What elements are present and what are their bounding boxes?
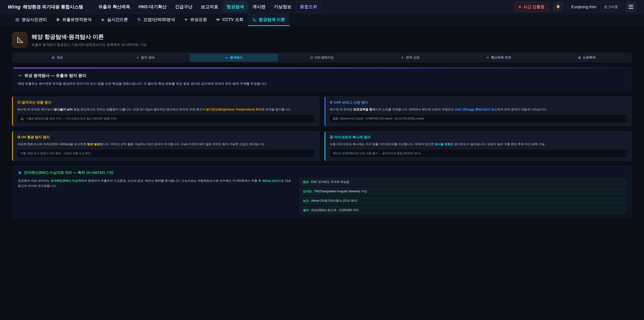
sub-navigation-bar: 영상사진관리 유출유면적분석 실시간드론 오염/선박3D분석 <box>0 14 644 26</box>
hamburger-menu-icon[interactable] <box>626 2 636 12</box>
content-tab-bar: 개요 탐지 장비 원격탐사 ESI 방제지도 <box>12 53 632 62</box>
tab-label: ESI 방제지도 <box>315 55 334 60</box>
video-camera-icon <box>216 18 220 22</box>
remote-sensing-section-title: 위성 원격탐사 — 유출유 탐지 원리 <box>18 73 626 78</box>
subnav-item-realtime-drone[interactable]: 실시간드론 <box>96 14 132 26</box>
card-note: 활용: Sentinel-1(C-band) · KOMPSAT-5(X-ban… <box>330 115 628 123</box>
link-icon <box>486 56 489 59</box>
card-title: ③ UV 형광 탐지 원리 <box>17 135 315 139</box>
incident-status-badge[interactable]: 사고 진행중 <box>514 2 549 12</box>
card-thermal-infrared: ① 열적외선 방출 원리 해수면 위 유막은 해수보다 방사율이 낮아 동일 온… <box>12 97 320 126</box>
page-title: 해양 항공탐색·원격탐사 이론 <box>32 33 147 41</box>
card-body: 해수면 위 유막은 해수보다 방사율이 낮아 동일 온도에서도 적외선 방출량이… <box>17 107 315 112</box>
card-note-text: 적용: 해경 감시 항공기 야간 탐색 · 비정상 유출 신고 확인 <box>20 152 91 155</box>
globe-icon <box>52 56 55 59</box>
page-icon-box <box>12 32 28 48</box>
subnav-item-satellite-request[interactable]: 위성요청 <box>180 14 212 26</box>
card-note-text: 구름은 열적외선을 완전 차단 → 마이크로파 보조 필요 (NGSST 융합 … <box>26 117 117 121</box>
tab-label: 논문특허 <box>583 55 596 60</box>
enc-section-title: 전자해도(ENC) 수심자료 처리 — 특허 10-1567431 기반 <box>18 170 626 175</box>
card-title: ② SAR 브래그 산란 원리 <box>330 100 628 105</box>
nav-item-oil-spread[interactable]: 유출유 확산예측 <box>95 2 134 12</box>
card-uv-fluorescence: ③ UV 형광 탐지 원리 석유계 탄화수소에 자외선(310~400nm)을 … <box>12 131 320 161</box>
enc-description: 항공탐색 좌표 데이터는 전자해도(ENC) 수심격자와 중첩되어 유출유의 수… <box>18 178 292 189</box>
nav-item-weather[interactable]: 기상정보 <box>270 2 295 12</box>
app-root: Wing 해양환경 위기대응 통합시스템 유출유 확산예측 HNS·대기확산 긴… <box>0 0 644 320</box>
books-icon <box>578 56 581 59</box>
camera-icon <box>15 18 20 22</box>
nav-item-rescue[interactable]: 긴급구난 <box>171 2 196 12</box>
enc-title-text: 전자해도(ENC) 수심자료 처리 — 특허 10-1567431 기반 <box>24 170 113 175</box>
tab-papers-patents[interactable]: 논문특허 <box>543 54 631 61</box>
logout-button[interactable]: 로그아웃 <box>600 3 622 11</box>
set-square-icon <box>16 36 24 44</box>
wing-logo: Wing <box>8 4 21 10</box>
enc-process-rows: 원본 : ENC 전자해도 무작위 측심점 삼각망 : TIN(Triangul… <box>300 178 626 214</box>
subnav-label: 실시간드론 <box>107 17 128 22</box>
main-menu: 유출유 확산예측 HNS·대기확산 긴급구난 보고자료 항공탐색 게시판 기상정… <box>95 2 321 12</box>
subnav-item-photo-management[interactable]: 영상사진관리 <box>11 14 51 26</box>
subnav-item-pollution-3d[interactable]: 오염/선박3D분석 <box>132 14 180 26</box>
system-title: 해양환경 위기대응 통합시스템 <box>23 4 83 10</box>
tab-label: 탐지 장비 <box>141 55 155 60</box>
subnav-item-cctv[interactable]: CCTV 조회 <box>212 14 248 26</box>
card-body: 해수면 위 유막은 표면장력을 증가시켜 소파를 억제합니다. SAR에서 해수… <box>330 107 628 112</box>
subnav-label: 항공탐색 이론 <box>259 17 285 22</box>
satellite-icon <box>136 56 139 59</box>
card-note: 적용: 해경 감시 항공기 야간 탐색 · 비정상 유출 신고 확인 <box>17 149 315 157</box>
subnav-label: CCTV 조회 <box>222 17 243 22</box>
card-microwave-radiometer: ④ 마이크로파 복사계 원리 수동 마이크로파 복사계는 지구 방출 마이크로파… <box>324 131 632 161</box>
puzzle-icon <box>56 18 60 22</box>
top-navigation-bar: Wing 해양환경 위기대응 통합시스템 유출유 확산예측 HNS·대기확산 긴… <box>0 0 644 14</box>
main-content: 해양 항공탐색·원격탐사 이론 유출유 원격탐지·항공감시 기법·ESI 방제정… <box>0 26 644 218</box>
enc-row-result: 결과 : 15초(463m) 등간격 · 3,225,600 격자 <box>300 206 626 214</box>
card-title: ④ 마이크로파 복사계 원리 <box>330 135 628 139</box>
map-icon <box>310 56 313 59</box>
warning-icon <box>20 117 24 120</box>
incident-dot-icon <box>519 6 521 8</box>
tab-area-calculation[interactable]: 면적 산정 <box>366 54 454 61</box>
enc-row-tin: 삼각망 : TIN(Triangulated Irregular Network… <box>300 188 626 195</box>
card-note-text: 활용: Sentinel-1(C-band) · KOMPSAT-5(X-ban… <box>333 117 424 121</box>
notifications-button[interactable] <box>553 2 563 12</box>
subnav-label: 오염/선박3D분석 <box>144 17 175 22</box>
book-icon <box>18 171 22 175</box>
tab-remote-sensing[interactable]: 원격탐사 <box>190 54 278 61</box>
nav-item-board[interactable]: 게시판 <box>249 2 269 12</box>
subnav-item-oil-area-analysis[interactable]: 유출유면적분석 <box>51 14 96 26</box>
set-square-icon <box>252 18 256 22</box>
subnav-label: 유출유면적분석 <box>62 17 92 22</box>
nav-item-aerial-search[interactable]: 항공탐색 <box>223 2 248 12</box>
page-header-text: 해양 항공탐색·원격탐사 이론 유출유 원격탐지·항공감시 기법·ESI 방제정… <box>32 33 147 47</box>
page-subtitle: 유출유 원격탐지·항공감시 기법·ESI 방제정보지도·등록특허 10-1567… <box>32 43 147 47</box>
card-note-text: 해상도 한계(50km)로 단독 사용 불가 → 열적외선과 융합 (NGSST… <box>333 152 420 155</box>
tab-label: 원격탐사 <box>230 55 243 60</box>
card-note: 구름은 열적외선을 완전 차단 → 마이크로파 보조 필요 (NGSST 융합 … <box>17 115 315 123</box>
user-name: Eunjeong Kim <box>572 5 596 9</box>
card-note: 해상도 한계(50km)로 단독 사용 불가 → 열적외선과 융합 (NGSST… <box>330 149 628 157</box>
tab-overview[interactable]: 개요 <box>13 54 101 61</box>
tab-detection-equipment[interactable]: 탐지 장비 <box>101 54 190 61</box>
principle-cards-grid: ① 열적외선 방출 원리 해수면 위 유막은 해수보다 방사율이 낮아 동일 온… <box>12 97 632 161</box>
satellite-icon <box>225 56 228 59</box>
page-header: 해양 항공탐색·원격탐사 이론 유출유 원격탐지·항공감시 기법·ESI 방제정… <box>12 32 632 48</box>
card-body: 수동 마이크로파 복사계는 지구 방출 마이크로파를 수신합니다. 유막이 있으… <box>330 142 628 147</box>
nav-item-hns[interactable]: HNS·대기확산 <box>135 2 170 12</box>
incident-badge-label: 사고 진행중 <box>523 4 544 10</box>
nav-item-reports[interactable]: 보고자료 <box>197 2 222 12</box>
tab-label: 확산예측 연계 <box>491 55 511 60</box>
enc-content: 항공탐색 좌표 데이터는 전자해도(ENC) 수심격자와 중첩되어 유출유의 수… <box>18 178 626 214</box>
enc-row-source: 원본 : ENC 전자해도 무작위 측심점 <box>300 178 626 186</box>
card-title: ① 열적외선 방출 원리 <box>17 100 315 105</box>
card-body: 석유계 탄화수소에 자외선(310~400nm)을 조사하면 형광 발광합니다.… <box>17 142 315 147</box>
satellite-icon <box>18 74 22 78</box>
nav-item-integrated-search[interactable]: 통합조회 <box>296 2 321 12</box>
pen-nib-icon <box>401 56 404 59</box>
subnav-item-aerial-search-theory[interactable]: 항공탐색 이론 <box>248 14 290 26</box>
card-sar-bragg: ② SAR 브래그 산란 원리 해수면 위 유막은 표면장력을 증가시켜 소파를… <box>324 97 632 126</box>
subnav-label: 영상사진관리 <box>22 17 47 22</box>
subnav-label: 위성요청 <box>190 17 207 22</box>
tab-diffusion-link[interactable]: 확산예측 연계 <box>454 54 542 61</box>
tab-esi-map[interactable]: ESI 방제지도 <box>278 54 366 61</box>
enc-bathymetry-section: 전자해도(ENC) 수심자료 처리 — 특허 10-1567431 기반 항공탐… <box>12 166 632 218</box>
